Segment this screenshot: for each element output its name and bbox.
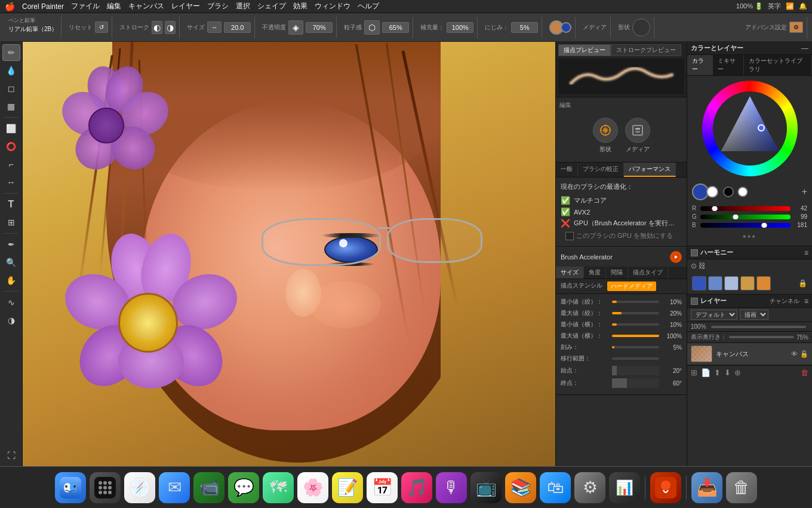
dock-books[interactable]: 📚 (505, 472, 536, 503)
brush-accelerator-row[interactable]: Brush Accelerator (556, 247, 687, 267)
dock-finder[interactable] (55, 472, 86, 503)
harmony-swatch-5[interactable] (756, 276, 771, 290)
opacity-icon-btn[interactable]: ◈ (288, 20, 303, 35)
g-slider-handle[interactable] (733, 215, 739, 219)
r-slider-handle[interactable] (712, 206, 718, 211)
menu-file[interactable]: ファイル (71, 1, 100, 11)
dock-downloads[interactable]: 📥 (691, 472, 722, 503)
opacity-value[interactable]: 70% (306, 22, 333, 33)
pan-btn[interactable]: ✋ (2, 272, 20, 289)
size-tab[interactable]: サイズ (556, 267, 584, 279)
squeeze-min-slider[interactable] (612, 301, 659, 303)
canvas-layer-row[interactable]: キャンバス 👁 🔓 (687, 343, 812, 365)
menu-shape[interactable]: シェイプ (257, 1, 286, 11)
layer-mode-select[interactable]: デフォルト (691, 310, 737, 320)
reset-button[interactable]: ↺ (95, 22, 108, 33)
apple-menu[interactable]: 🍎 (5, 2, 15, 11)
brush-accelerator-icon[interactable] (670, 251, 682, 263)
dock-photos[interactable]: 🌸 (297, 472, 328, 503)
dock-trash[interactable]: 🗑 (726, 472, 757, 503)
layer-lock-icon[interactable]: 🔓 (800, 350, 808, 358)
new-layer-btn[interactable]: 📄 (701, 368, 710, 377)
width-max-slider[interactable] (612, 335, 659, 337)
dock-calendar[interactable]: 📅 (367, 472, 398, 503)
layer-opacity-slider[interactable] (711, 326, 806, 328)
dock-messages[interactable]: 💬 (228, 472, 259, 503)
navigator-btn[interactable]: ⛶ (2, 447, 20, 464)
oval-select-btn[interactable]: ⭕ (2, 138, 20, 155)
color-tab-mixer[interactable]: ミキサー (713, 55, 744, 75)
dock-app-store[interactable]: 🛍 (540, 472, 571, 503)
g-slider-track[interactable] (700, 215, 791, 219)
eyedropper-btn[interactable]: ✒ (2, 236, 20, 253)
transition-slider[interactable] (612, 357, 659, 360)
dock-notes[interactable]: 📝 (332, 472, 363, 503)
grain-value[interactable]: 65% (382, 22, 409, 33)
brush-tool-btn[interactable]: ✏ (2, 44, 20, 61)
dock-music[interactable]: 🎵 (401, 472, 432, 503)
squeeze-max-slider[interactable] (612, 312, 659, 314)
width-min-slider[interactable] (612, 323, 659, 326)
dock-podcasts[interactable]: 🎙 (436, 472, 467, 503)
dab-type-tab[interactable]: 描点タイプ (628, 267, 668, 279)
background-swatch[interactable] (706, 186, 718, 198)
harmony-swatch-4[interactable] (740, 276, 755, 290)
size-value[interactable]: 20.0 (224, 22, 251, 33)
layer-visibility-icon[interactable]: 👁 (791, 350, 798, 358)
dock-system-prefs[interactable]: ⚙ (574, 472, 605, 503)
stroke-type2-btn[interactable]: ◑ (165, 21, 176, 34)
color-wheel-container[interactable] (687, 76, 812, 181)
dropper-tool-btn[interactable]: 💧 (2, 62, 20, 79)
merge-btn[interactable]: ⊕ (734, 368, 741, 377)
harmony-link-tool[interactable]: ⛓ (699, 262, 706, 270)
dock-activity-monitor[interactable]: 📊 (609, 472, 640, 503)
harmony-menu-btn[interactable]: ≡ (804, 249, 808, 257)
color-tab-library[interactable]: カラーセットライブラリ (744, 55, 812, 75)
menu-edit[interactable]: 編集 (107, 1, 121, 11)
dock-apple-tv[interactable]: 📺 (470, 472, 502, 503)
menu-help[interactable]: ヘルプ (358, 1, 379, 11)
crop-btn[interactable]: ⊞ (2, 214, 20, 231)
stroke-type-btn[interactable]: ◐ (152, 21, 162, 34)
dock-maps[interactable]: 🗺 (263, 472, 294, 503)
layer-checkbox[interactable] (691, 298, 698, 305)
menu-brush[interactable]: ブラシ (207, 1, 229, 11)
notch-slider[interactable] (612, 346, 659, 348)
size-decrease-btn[interactable]: ↔ (207, 22, 222, 33)
harmony-lock-icon[interactable]: 🔒 (798, 279, 807, 287)
angle-tab[interactable]: 角度 (584, 267, 606, 279)
b-slider-track[interactable] (700, 223, 791, 228)
dab-preview-tab[interactable]: 描点プレビュー (558, 44, 611, 56)
dock-launchpad[interactable] (90, 472, 121, 503)
general-tab[interactable]: 一般 (556, 163, 578, 177)
zoom-btn[interactable]: 🔍 (2, 254, 20, 271)
bucket-tool-btn[interactable]: ▦ (2, 98, 20, 115)
display-depth-slider[interactable] (729, 336, 794, 338)
shape-btn[interactable]: 形状 (593, 118, 618, 154)
advance-btn[interactable]: ⚙ (789, 22, 803, 33)
harmony-swatch-3[interactable] (724, 276, 739, 290)
move-up-btn[interactable]: ⬆ (714, 368, 721, 377)
harmony-pick-tool[interactable]: ⊙ (691, 262, 697, 270)
text-btn[interactable]: T (2, 196, 20, 213)
background-color[interactable] (561, 22, 571, 33)
burn-btn[interactable]: ◑ (2, 312, 20, 329)
dock-corel-painter[interactable] (650, 472, 681, 503)
layer-blend-select[interactable]: 描画 (740, 310, 768, 320)
performance-tab[interactable]: パフォーマンス (624, 163, 676, 177)
delete-layer-btn[interactable]: 🗑 (801, 368, 808, 377)
feather-value[interactable]: 5% (511, 22, 538, 33)
menu-layer[interactable]: レイヤー (171, 1, 200, 11)
color-wheel[interactable] (702, 81, 798, 176)
harmony-swatch-2[interactable] (708, 276, 722, 290)
transform-btn[interactable]: ↔ (2, 174, 20, 191)
channel-tab[interactable]: チャンネル (770, 297, 799, 305)
media-btn[interactable]: メディア (625, 118, 650, 154)
white-swatch[interactable] (737, 186, 748, 197)
lasso-btn[interactable]: ⌐ (2, 156, 20, 173)
harmony-checkbox[interactable] (691, 249, 698, 256)
shape-preview[interactable] (632, 19, 650, 36)
color-triangle-area[interactable] (713, 91, 787, 166)
color-indicator-dot[interactable] (758, 124, 765, 131)
fill-value[interactable]: 100% (447, 22, 473, 33)
